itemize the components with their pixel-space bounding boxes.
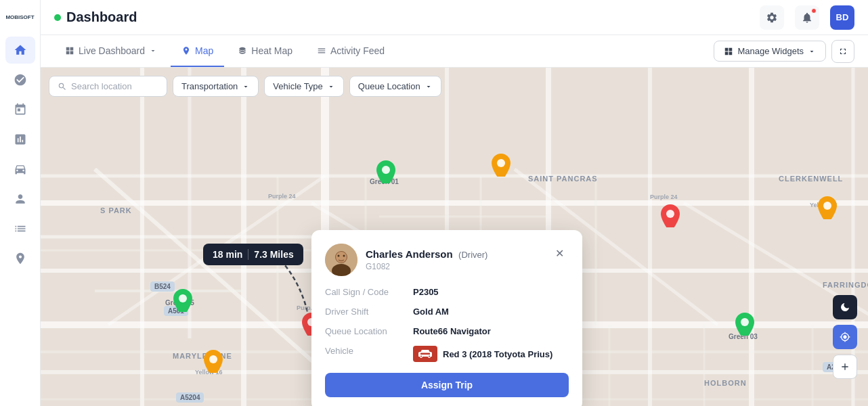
map-pin-green3[interactable] bbox=[735, 313, 754, 338]
queue-location-card-label: Queue Location bbox=[325, 326, 413, 336]
org-icon bbox=[14, 73, 27, 87]
distance-divider bbox=[248, 249, 248, 260]
filters-bar: Search location Transportation Vehicle T… bbox=[49, 76, 441, 97]
driver-id: G1082 bbox=[366, 262, 487, 271]
sidebar-item-org[interactable] bbox=[5, 66, 35, 93]
distance-miles: 7.3 Miles bbox=[254, 249, 293, 260]
main-content: Dashboard BD Live Dashboard Map bbox=[41, 0, 868, 406]
notification-badge bbox=[811, 8, 817, 14]
svg-point-47 bbox=[338, 255, 340, 257]
tab-heat-map[interactable]: Heat Map bbox=[227, 35, 303, 67]
zoom-in-button[interactable] bbox=[833, 355, 857, 379]
zone-purple24: Purple 24 bbox=[268, 193, 296, 200]
manage-widgets-button[interactable]: Manage Widgets bbox=[714, 41, 826, 62]
svg-point-38 bbox=[823, 202, 831, 210]
calendar-icon bbox=[14, 103, 27, 116]
svg-point-48 bbox=[343, 255, 345, 257]
transportation-filter[interactable]: Transportation bbox=[173, 76, 259, 97]
call-sign-value: P2305 bbox=[413, 287, 439, 297]
queue-chevron bbox=[425, 83, 433, 91]
tab-activity-feed[interactable]: Activity Feed bbox=[306, 35, 395, 67]
driver-shift-label: Driver Shift bbox=[325, 307, 413, 317]
svg-point-37 bbox=[666, 210, 674, 218]
map-container[interactable]: SAINT PANCRAS CLERKENWELL MARYLEBONE HOL… bbox=[41, 68, 868, 406]
bell-icon bbox=[801, 12, 813, 24]
sidebar-item-analytics[interactable] bbox=[5, 126, 35, 153]
map-background: SAINT PANCRAS CLERKENWELL MARYLEBONE HOL… bbox=[41, 68, 868, 406]
car-icon bbox=[418, 349, 433, 359]
vehicle-info: Red 3 (2018 Totyota Prius) bbox=[413, 346, 552, 362]
sidebar-item-users[interactable] bbox=[5, 185, 35, 212]
assign-trip-button[interactable]: Assign Trip bbox=[325, 373, 569, 397]
list-icon bbox=[14, 222, 27, 235]
sidebar-item-list[interactable] bbox=[5, 215, 35, 242]
notifications-button[interactable] bbox=[795, 5, 819, 30]
map-controls bbox=[833, 295, 857, 379]
location-tracking-button[interactable] bbox=[833, 325, 857, 349]
driver-card-header: Charles Anderson (Driver) G1082 ✕ bbox=[325, 244, 569, 276]
header-left: Dashboard bbox=[54, 9, 137, 25]
driver-name: Charles Anderson (Driver) bbox=[366, 248, 487, 261]
plus-icon bbox=[840, 361, 850, 372]
vehicle-icon bbox=[14, 162, 27, 176]
sidebar-item-calendar[interactable] bbox=[5, 96, 35, 123]
vehicle-card-value: Red 3 (2018 Totyota Prius) bbox=[443, 349, 552, 359]
tab-map[interactable]: Map bbox=[171, 35, 224, 67]
settings-button[interactable] bbox=[760, 5, 784, 30]
online-indicator bbox=[54, 14, 61, 21]
home-icon bbox=[14, 43, 27, 57]
app-logo: MOBISOFT bbox=[5, 7, 35, 28]
tab-map-label: Map bbox=[195, 45, 213, 56]
map-pin-yellow3[interactable] bbox=[204, 350, 223, 376]
map-pin-yellow1[interactable] bbox=[492, 154, 511, 179]
settings-icon bbox=[766, 12, 778, 24]
driver-shift-value: Gold AM bbox=[413, 307, 449, 317]
sidebar-item-home[interactable] bbox=[5, 37, 35, 64]
header-right: BD bbox=[760, 5, 854, 30]
map-pin-green2[interactable] bbox=[173, 289, 192, 315]
road-label-a5204: A5204 bbox=[176, 392, 204, 403]
vehicle-type-label: Vehicle Type bbox=[273, 81, 322, 91]
zone-purple24b: Purple 24 bbox=[650, 194, 678, 200]
driver-info: Charles Anderson (Driver) G1082 bbox=[325, 244, 487, 276]
widgets-icon bbox=[724, 47, 733, 56]
chevron-down-icon bbox=[149, 47, 157, 55]
user-avatar[interactable]: BD bbox=[830, 5, 854, 30]
close-driver-card-button[interactable]: ✕ bbox=[550, 244, 569, 263]
driver-card-body: Call Sign / Code P2305 Driver Shift Gold… bbox=[325, 287, 569, 362]
map-tab-icon bbox=[181, 46, 191, 55]
moon-icon bbox=[840, 302, 850, 313]
sidebar: MOBISOFT bbox=[0, 0, 41, 406]
queue-location-filter[interactable]: Queue Location bbox=[349, 76, 441, 97]
map-pin-yellow2[interactable] bbox=[818, 196, 837, 222]
sidebar-item-location[interactable] bbox=[5, 245, 35, 272]
distance-time: 18 min bbox=[213, 249, 242, 260]
transportation-chevron bbox=[242, 83, 250, 91]
map-pin-red1[interactable] bbox=[661, 204, 680, 230]
queue-location-row: Queue Location Route66 Navigator bbox=[325, 326, 569, 336]
tab-heat-map-label: Heat Map bbox=[251, 45, 292, 56]
vehicle-row: Vehicle Red 3 (2018 Totyota Prius) bbox=[325, 346, 569, 362]
header: Dashboard BD bbox=[41, 0, 868, 35]
map-pin-green1[interactable] bbox=[376, 160, 395, 186]
vehicle-type-filter[interactable]: Vehicle Type bbox=[264, 76, 343, 97]
search-location-box[interactable]: Search location bbox=[49, 76, 167, 97]
users-icon bbox=[14, 192, 27, 206]
svg-point-36 bbox=[497, 159, 505, 167]
svg-point-35 bbox=[382, 166, 390, 174]
tab-live-dashboard[interactable]: Live Dashboard bbox=[54, 35, 168, 67]
vehicle-icon bbox=[413, 346, 437, 362]
distance-badge: 18 min 7.3 Miles bbox=[203, 244, 303, 265]
sidebar-item-vehicle[interactable] bbox=[5, 156, 35, 183]
search-icon bbox=[58, 82, 67, 91]
manage-widgets-label: Manage Widgets bbox=[737, 46, 804, 56]
vehicle-chevron bbox=[327, 83, 335, 91]
fullscreen-button[interactable] bbox=[831, 40, 854, 63]
dark-mode-button[interactable] bbox=[833, 295, 857, 319]
vehicle-card-label: Vehicle bbox=[325, 346, 413, 356]
analytics-icon bbox=[14, 133, 27, 146]
tab-live-dashboard-label: Live Dashboard bbox=[79, 45, 145, 56]
app-logo-text: MOBISOFT bbox=[5, 15, 34, 21]
road-label-b524: B524 bbox=[150, 281, 175, 292]
call-sign-row: Call Sign / Code P2305 bbox=[325, 287, 569, 297]
